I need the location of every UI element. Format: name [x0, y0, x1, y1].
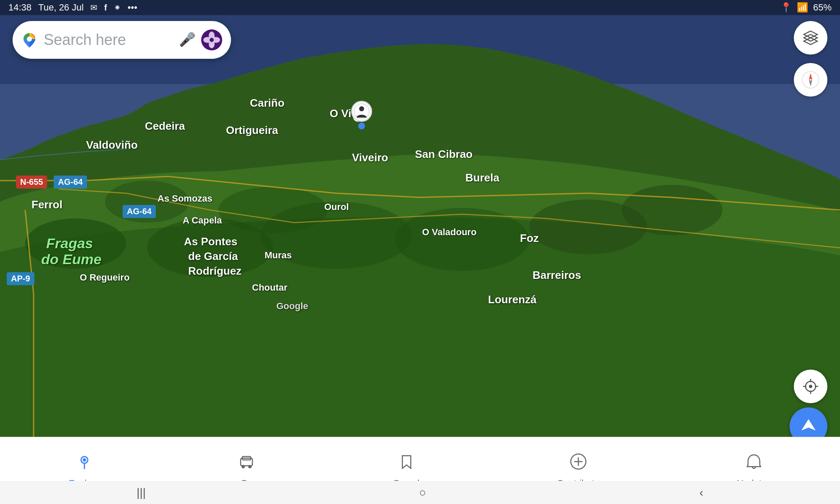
google-lens-icon[interactable] — [201, 29, 223, 51]
home-button[interactable]: ○ — [402, 482, 443, 504]
back-button[interactable]: ‹ — [682, 482, 720, 504]
status-bar: 14:38 Tue, 26 Jul ✉ f ⁕ ••• 📍 📶 65% — [0, 0, 840, 15]
compass-button[interactable] — [794, 63, 827, 97]
svg-point-19 — [210, 38, 214, 42]
status-right: 📍 📶 65% — [780, 2, 832, 13]
status-dots: ••• — [128, 2, 137, 13]
search-bar[interactable]: Search here 🎤 — [13, 21, 231, 59]
pin-dot — [358, 123, 365, 129]
status-left: 14:38 Tue, 26 Jul ✉ f ⁕ ••• — [8, 2, 137, 13]
road-badge-ap9: AP-9 — [7, 272, 34, 285]
locate-button[interactable] — [794, 370, 827, 403]
contribute-icon — [569, 452, 588, 475]
location-icon: 📍 — [780, 2, 792, 13]
pin-circle — [351, 101, 372, 122]
saved-icon — [397, 452, 416, 475]
road-badge-ag64-1: AG-64 — [54, 176, 87, 189]
svg-point-38 — [242, 465, 245, 468]
road-badge-n655: N-655 — [16, 176, 47, 189]
svg-point-35 — [83, 458, 86, 462]
status-time: 14:38 — [8, 2, 32, 13]
map-svg — [0, 0, 840, 504]
svg-point-13 — [27, 37, 32, 42]
svg-marker-26 — [809, 80, 812, 87]
wifi-icon: 📶 — [797, 2, 808, 13]
status-fb-icon: f — [104, 3, 107, 13]
google-maps-icon — [21, 32, 38, 48]
svg-point-2 — [25, 218, 126, 269]
recent-apps-button[interactable]: ||| — [120, 482, 163, 504]
layers-button[interactable] — [794, 21, 827, 55]
svg-marker-33 — [801, 419, 816, 430]
status-mail-icon: ✉ — [90, 3, 97, 13]
svg-rect-20 — [211, 44, 213, 47]
svg-point-12 — [359, 106, 364, 111]
svg-point-32 — [809, 385, 812, 388]
svg-point-8 — [218, 187, 328, 233]
search-input[interactable]: Search here — [44, 31, 174, 49]
gesture-bar: ||| ○ ‹ — [0, 481, 840, 504]
location-pin[interactable] — [351, 101, 372, 129]
voice-icon[interactable]: 🎤 — [179, 32, 196, 48]
map-container[interactable]: Cariño O Viced Cedeira Ortigueira Valdov… — [0, 0, 840, 504]
go-icon — [237, 452, 256, 475]
explore-icon — [75, 452, 94, 475]
svg-point-39 — [248, 465, 252, 468]
road-badge-ag64-2: AG-64 — [123, 205, 156, 218]
svg-marker-25 — [809, 73, 812, 80]
status-date: Tue, 26 Jul — [38, 2, 84, 13]
status-slack-icon: ⁕ — [114, 3, 121, 13]
updates-icon — [745, 452, 763, 475]
svg-point-5 — [395, 208, 529, 271]
map-background — [0, 0, 840, 504]
battery: 65% — [813, 2, 832, 13]
